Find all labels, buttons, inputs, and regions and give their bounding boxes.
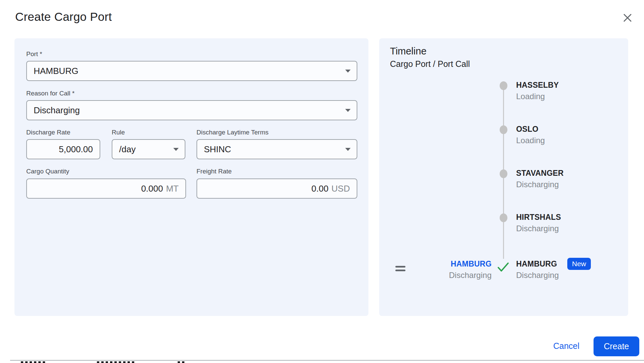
timeline-cargo-port-block: HAMBURG Discharging — [449, 259, 492, 280]
reason-for-call-value: Discharging — [34, 105, 80, 116]
timeline-entry: OSLO Loading — [516, 125, 617, 145]
discharge-rate-value: 5,000.00 — [59, 144, 93, 155]
background-clipped-text — [21, 361, 46, 363]
freight-rate-unit: USD — [331, 184, 350, 194]
timeline-port-call-status: Discharging — [516, 271, 559, 280]
timeline-cargo-port-status: Discharging — [449, 271, 492, 280]
create-cargo-port-dialog: Create Cargo Port Port * HAMBURG Reason … — [0, 0, 644, 363]
freight-rate-input[interactable]: 0.00 USD — [196, 178, 357, 199]
timeline-port-status: Discharging — [516, 224, 617, 233]
timeline-port-name: HASSELBY — [516, 81, 617, 90]
timeline-dot — [500, 81, 507, 90]
cargo-quantity-label: Cargo Quantity — [26, 168, 69, 175]
timeline-subtitle: Cargo Port / Port Call — [390, 59, 470, 69]
timeline-port-name: HIRTSHALS — [516, 213, 617, 222]
close-icon — [622, 13, 633, 23]
port-select-value: HAMBURG — [34, 66, 78, 76]
timeline-port-name: OSLO — [516, 125, 617, 134]
background-clipped-text — [97, 361, 135, 363]
port-label: Port * — [26, 50, 42, 58]
cargo-quantity-value: 0.000 — [141, 184, 163, 194]
discharge-rate-label: Discharge Rate — [26, 129, 70, 136]
freight-rate-label: Freight Rate — [196, 168, 232, 175]
timeline-port-status: Loading — [516, 92, 617, 101]
discharge-rate-input[interactable]: 5,000.00 — [26, 139, 100, 159]
reason-for-call-select[interactable]: Discharging — [26, 100, 357, 120]
timeline-port-status: Loading — [516, 136, 617, 145]
timeline-panel: Timeline Cargo Port / Port Call HASSELBY… — [379, 38, 628, 316]
cargo-quantity-unit: MT — [166, 184, 179, 194]
timeline-entry: HASSELBY Loading — [516, 81, 617, 101]
timeline-dot — [500, 213, 507, 222]
chevron-down-icon — [173, 148, 179, 151]
timeline-port-name: STAVANGER — [516, 169, 617, 178]
timeline-port-call-name: HAMBURG — [516, 259, 559, 269]
rule-value: /day — [119, 144, 136, 155]
new-badge: New — [567, 258, 591, 270]
timeline-dot — [500, 125, 507, 134]
port-select[interactable]: HAMBURG — [26, 61, 357, 81]
page-title: Create Cargo Port — [15, 10, 112, 24]
create-button[interactable]: Create — [594, 336, 639, 356]
discharge-laytime-terms-label: Discharge Laytime Terms — [196, 129, 269, 136]
check-icon — [497, 261, 510, 274]
timeline-title: Timeline — [390, 46, 427, 57]
timeline-port-status: Discharging — [516, 180, 617, 189]
chevron-down-icon — [345, 70, 351, 73]
timeline-entry: STAVANGER Discharging — [516, 169, 617, 189]
cancel-button[interactable]: Cancel — [553, 341, 579, 351]
cargo-quantity-input[interactable]: 0.000 MT — [26, 178, 186, 199]
discharge-laytime-terms-select[interactable]: SHINC — [196, 139, 357, 159]
close-button[interactable] — [620, 11, 635, 25]
timeline-dot — [500, 169, 507, 178]
background-clipped-text — [178, 361, 186, 363]
freight-rate-value: 0.00 — [311, 184, 328, 194]
drag-handle-icon[interactable] — [395, 266, 405, 271]
discharge-laytime-terms-value: SHINC — [204, 144, 231, 155]
background-table-border — [10, 360, 644, 361]
timeline-cargo-port-name: HAMBURG — [449, 259, 492, 269]
rule-select[interactable]: /day — [112, 139, 185, 159]
chevron-down-icon — [345, 148, 351, 151]
timeline-port-call-block: HAMBURG Discharging — [516, 259, 559, 280]
timeline-entry: HIRTSHALS Discharging — [516, 213, 617, 233]
rule-label: Rule — [112, 129, 125, 136]
cargo-port-form-panel: Port * HAMBURG Reason for Call * Dischar… — [14, 38, 368, 316]
reason-for-call-label: Reason for Call * — [26, 90, 75, 97]
chevron-down-icon — [345, 109, 351, 112]
